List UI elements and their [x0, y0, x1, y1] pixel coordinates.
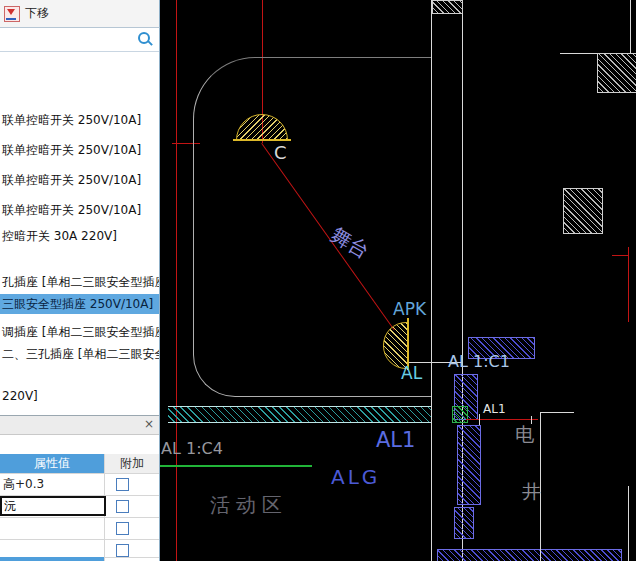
- grid-line: [0, 517, 159, 518]
- search-input[interactable]: [3, 30, 137, 50]
- wall-line-topright-vertical: [630, 0, 631, 53]
- component-panel: 联单控暗开关 250V/10A] 联单控暗开关 250V/10A] 联单控暗开关…: [0, 28, 160, 416]
- cad-label-apk[interactable]: APK: [393, 301, 426, 318]
- column-hatch-topright: [597, 53, 636, 93]
- green-hatch-segment: [452, 406, 468, 423]
- move-down-icon: [4, 6, 20, 22]
- component-list-item[interactable]: 联单控暗开关 250V/10A]: [0, 110, 159, 130]
- cad-label-shaft-dian[interactable]: 电: [515, 425, 534, 444]
- column-header-extra: 附加: [105, 454, 159, 474]
- column-hatch-midright: [563, 188, 603, 234]
- extra-checkbox[interactable]: [116, 500, 129, 513]
- properties-panel-header: ×: [0, 416, 159, 435]
- search-bar: [0, 28, 159, 52]
- cad-label-alg[interactable]: ALG: [331, 467, 380, 487]
- component-list-item[interactable]: 联单控暗开关 250V/10A]: [0, 170, 159, 190]
- component-list-item[interactable]: 联单控暗开关 250V/10A]: [0, 140, 159, 160]
- component-list-item[interactable]: 孔插座 [单相二三眼安全型插座: [0, 272, 159, 292]
- green-wiring-line: [160, 465, 312, 467]
- search-icon[interactable]: [138, 32, 150, 44]
- top-toolbar: 下移: [0, 0, 160, 28]
- component-list-item[interactable]: 联单控暗开关 250V/10A]: [0, 200, 159, 220]
- cad-label-al1-c4[interactable]: AL 1:C4: [161, 441, 223, 457]
- extra-checkbox[interactable]: [116, 478, 129, 491]
- component-list-item[interactable]: 控暗开关 30A 220V]: [0, 226, 159, 246]
- component-list: 联单控暗开关 250V/10A] 联单控暗开关 250V/10A] 联单控暗开关…: [0, 51, 159, 416]
- extra-checkbox[interactable]: [116, 544, 129, 557]
- red-line-right-horizontal: [612, 255, 628, 256]
- extra-checkbox[interactable]: [116, 522, 129, 535]
- distribution-band-bottom[interactable]: [437, 549, 622, 561]
- wall-line-topright: [560, 53, 597, 54]
- close-icon[interactable]: ×: [144, 418, 154, 430]
- cad-label-al1-c1[interactable]: AL 1:C1: [448, 354, 510, 370]
- shaft-wall-horizontal: [540, 412, 574, 413]
- grid-line: [0, 539, 159, 540]
- cad-label-c[interactable]: C: [274, 144, 287, 162]
- lamp-symbol-top-base: [233, 139, 291, 141]
- feeder-tick-1: [479, 414, 480, 425]
- shaft-wall-right: [628, 486, 629, 561]
- red-feeder-line: [466, 419, 538, 420]
- cad-label-shaft-jing[interactable]: 井: [522, 482, 541, 501]
- distribution-box-vertical-lower[interactable]: [457, 425, 481, 505]
- column-hatch-top: [432, 0, 463, 14]
- component-list-item[interactable]: 二、三孔插座 [单相二三眼安全: [0, 344, 159, 364]
- property-value-cell[interactable]: 高+0.3: [3, 473, 103, 495]
- cad-label-al[interactable]: AL: [401, 365, 422, 382]
- property-value-input[interactable]: [0, 496, 106, 516]
- component-list-item-selected[interactable]: 三眼安全型插座 250V/10A]: [0, 294, 159, 314]
- beam-hatch-band: [168, 406, 431, 423]
- app-window: C 舞台 APK AL AL 1:C1 AL1 AL1 AL 1:C4 ALG …: [0, 0, 636, 561]
- component-list-item[interactable]: 220V]: [0, 386, 159, 406]
- red-line-right-vertical: [628, 247, 629, 322]
- cad-label-activity-area[interactable]: 活动区: [210, 495, 288, 515]
- move-down-button[interactable]: 下移: [25, 5, 49, 22]
- component-list-item[interactable]: 调插座 [单相二三眼安全型插座: [0, 322, 159, 342]
- cad-label-al1-small[interactable]: AL1: [483, 403, 506, 415]
- red-grid-line-vertical: [176, 0, 177, 561]
- distribution-box-small[interactable]: [454, 507, 474, 539]
- wall-line-left: [431, 0, 432, 561]
- cad-label-al1-big[interactable]: AL1: [376, 430, 415, 451]
- selected-row-strip: [0, 557, 104, 561]
- properties-panel: × 属性值 附加 高+0.3: [0, 415, 160, 561]
- column-header-property-value: 属性值: [0, 454, 105, 473]
